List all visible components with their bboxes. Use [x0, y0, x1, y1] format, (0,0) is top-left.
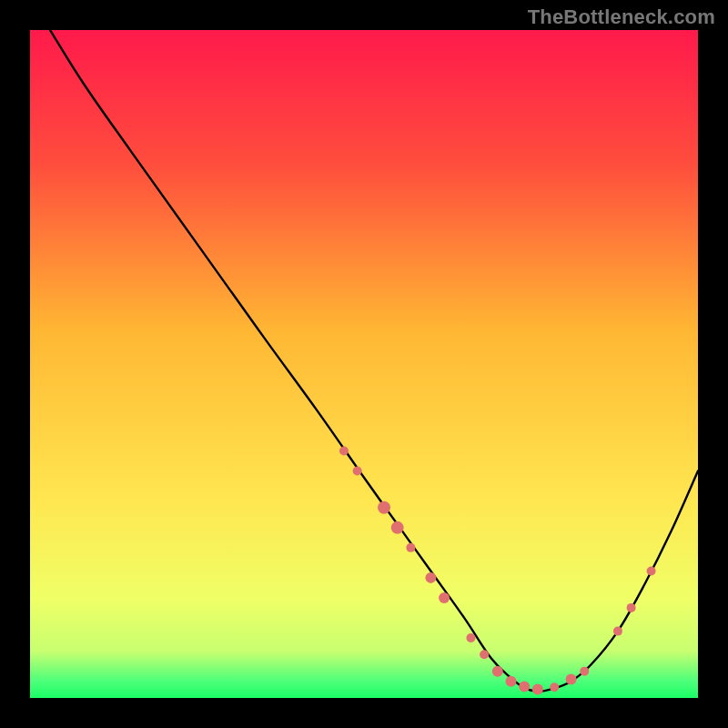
highlight-point [353, 466, 362, 475]
chart-frame: TheBottleneck.com [0, 0, 728, 728]
highlight-point [550, 682, 559, 692]
highlight-point [532, 683, 543, 694]
chart-svg [30, 30, 698, 698]
gradient-background [30, 30, 698, 698]
highlight-point [406, 543, 415, 552]
highlight-point [492, 666, 503, 677]
highlight-point [613, 627, 622, 636]
highlight-point [647, 567, 656, 576]
highlight-point [627, 603, 636, 612]
highlight-point [466, 633, 475, 642]
plot-area [30, 30, 698, 698]
highlight-point [505, 676, 516, 687]
highlight-point [480, 650, 489, 659]
highlight-point [391, 521, 404, 534]
highlight-point [439, 592, 450, 603]
highlight-point [378, 501, 390, 514]
highlight-point [519, 682, 530, 693]
watermark-text: TheBottleneck.com [528, 5, 715, 29]
highlight-point [339, 446, 349, 455]
highlight-point [566, 673, 577, 684]
highlight-point [580, 667, 589, 676]
highlight-point [425, 572, 436, 583]
